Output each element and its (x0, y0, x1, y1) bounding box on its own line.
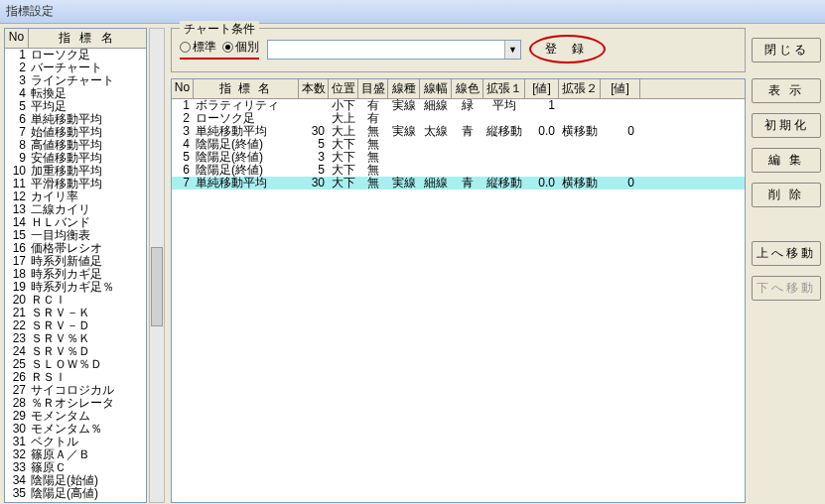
register-button[interactable]: 登 録 (529, 35, 606, 63)
cell-lc: 青 (452, 177, 483, 189)
th-val1: [値] (525, 79, 559, 98)
cell-ltype: 実線 (388, 99, 420, 112)
edit-button[interactable]: 編 集 (752, 148, 821, 173)
list-item[interactable]: 19時系列カギ足％ (5, 281, 146, 294)
main-table[interactable]: No 指 標 名 本数 位置 目盛 線種 線幅 線色 拡張１ [値] 拡張２ [… (171, 78, 746, 503)
cell-lw: 細線 (420, 99, 452, 112)
col-no-header: No (5, 29, 29, 48)
table-row[interactable]: 7単純移動平均30大下無実線細線青縦移動0.0横移動0 (172, 177, 745, 189)
cell-val1 (525, 112, 559, 125)
cell-num: 5 (299, 164, 329, 177)
table-row[interactable]: 3単純移動平均30大上無実線太線青縦移動0.0横移動0 (172, 125, 745, 138)
th-no: No (172, 79, 194, 98)
radio-individual[interactable]: 個別 (222, 39, 259, 56)
cell-pos: 大上 (329, 112, 358, 125)
table-row[interactable]: 2ローソク足大上有 (172, 112, 745, 125)
th-ext1: 拡張１ (483, 79, 525, 98)
delete-button[interactable]: 削 除 (752, 183, 821, 207)
indicator-listbox[interactable]: No 指 標 名 1ローソク足2バーチャート3ラインチャート4転換足5平均足6単… (4, 28, 147, 503)
show-button[interactable]: 表 示 (752, 78, 821, 103)
cell-ltype (388, 138, 420, 151)
chart-condition-group: チャート条件 標準 個別 ▼ (171, 28, 746, 72)
cell-val2: 0 (601, 125, 640, 138)
th-lw: 線幅 (420, 79, 452, 98)
cell-lw (420, 164, 452, 177)
window-title: 指標設定 (0, 0, 825, 24)
cell-name: ローソク足 (194, 112, 299, 125)
th-val2: [値] (601, 79, 640, 98)
cell-scale: 無 (358, 151, 388, 164)
init-button[interactable]: 初期化 (752, 113, 821, 138)
table-row[interactable]: 6陰陽足(終値)5大下無 (172, 164, 745, 177)
cell-ext1: 平均 (483, 99, 525, 112)
cell-no: 4 (172, 138, 194, 151)
cell-ext2: 横移動 (559, 177, 601, 189)
radio-standard-label: 標準 (193, 39, 216, 56)
th-name: 指 標 名 (194, 79, 299, 98)
cell-ext1: 縦移動 (483, 125, 525, 138)
list-item[interactable]: 35陰陽足(高値) (5, 487, 146, 500)
col-name-header: 指 標 名 (29, 29, 146, 48)
cell-val1 (525, 151, 559, 164)
table-row[interactable]: 5陰陽足(終値)3大下無 (172, 151, 745, 164)
cell-name: 単純移動平均 (194, 125, 299, 138)
cell-val2 (601, 112, 640, 125)
cell-scale: 無 (358, 177, 388, 189)
cell-name: 陰陽足(終値) (194, 138, 299, 151)
cell-no: 3 (172, 125, 194, 138)
th-scale: 目盛 (358, 79, 388, 98)
indicator-list-scrollbar[interactable] (149, 28, 165, 503)
cell-lc: 緑 (452, 99, 483, 112)
cell-pos: 大下 (329, 164, 358, 177)
cell-ext1 (483, 164, 525, 177)
table-row[interactable]: 1ボラティリティ小下有実線細線緑平均1 (172, 99, 745, 112)
list-item[interactable]: 3ラインチャート (5, 74, 146, 87)
cell-lc (452, 151, 483, 164)
move-up-button[interactable]: 上へ移動 (752, 241, 821, 266)
cell-pos: 大下 (329, 151, 358, 164)
cell-ext2 (559, 138, 601, 151)
chevron-down-icon[interactable]: ▼ (504, 41, 520, 59)
indicator-list-panel: No 指 標 名 1ローソク足2バーチャート3ラインチャート4転換足5平均足6単… (4, 28, 165, 503)
cell-name: 陰陽足(終値) (194, 151, 299, 164)
radio-standard[interactable]: 標準 (180, 39, 216, 56)
th-lc: 線色 (452, 79, 483, 98)
move-down-button[interactable]: 下へ移動 (752, 276, 821, 301)
cell-val1 (525, 138, 559, 151)
cell-lw (420, 151, 452, 164)
scrollbar-thumb[interactable] (151, 247, 163, 326)
cell-scale: 有 (358, 112, 388, 125)
chart-condition-title: チャート条件 (180, 21, 259, 38)
list-item[interactable]: 4転換足 (5, 87, 146, 100)
cell-no: 6 (172, 164, 194, 177)
cell-scale: 有 (358, 99, 388, 112)
cell-val2 (601, 151, 640, 164)
radio-individual-label: 個別 (235, 39, 259, 56)
list-item[interactable]: 32篠原Ａ／Ｂ (5, 448, 146, 461)
cell-ext2 (559, 151, 601, 164)
cell-lc (452, 138, 483, 151)
th-ext2: 拡張２ (559, 79, 601, 98)
cell-scale: 無 (358, 125, 388, 138)
cell-num: 30 (299, 125, 329, 138)
cell-ltype (388, 151, 420, 164)
cell-val1 (525, 164, 559, 177)
list-item[interactable]: 25ＳＬＯＷ％Ｄ (5, 358, 146, 371)
cell-pos: 大下 (329, 138, 358, 151)
cell-val2 (601, 99, 640, 112)
cell-lw (420, 138, 452, 151)
cell-scale: 無 (358, 138, 388, 151)
dropdown-value (268, 41, 504, 59)
cell-lw: 太線 (420, 125, 452, 138)
close-button[interactable]: 閉じる (752, 38, 821, 63)
table-row[interactable]: 4陰陽足(終値)5大下無 (172, 138, 745, 151)
condition-dropdown[interactable]: ▼ (267, 40, 521, 60)
th-ltype: 線種 (388, 79, 420, 98)
cell-no: 1 (172, 99, 194, 112)
cell-ext1: 縦移動 (483, 177, 525, 189)
condition-radio-group: 標準 個別 (180, 39, 259, 60)
list-item-no: 35 (5, 487, 29, 500)
cell-ext1 (483, 112, 525, 125)
cell-lc: 青 (452, 125, 483, 138)
cell-name: 陰陽足(終値) (194, 164, 299, 177)
